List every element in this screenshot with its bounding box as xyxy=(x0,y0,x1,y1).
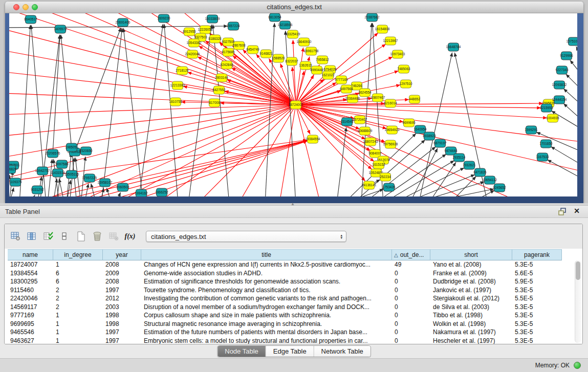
table-row[interactable]: 977716911998Corpus callosum shape and si… xyxy=(8,311,572,320)
graph-node[interactable]: 10973403 xyxy=(390,50,405,58)
column-header-in-degree[interactable]: in_degree xyxy=(53,249,103,260)
graph-edge[interactable] xyxy=(413,182,484,196)
graph-node[interactable]: 20206576 xyxy=(46,149,60,158)
scrollbar-thumb[interactable] xyxy=(576,261,580,280)
graph-edge[interactable] xyxy=(576,47,577,64)
graph-edge[interactable] xyxy=(48,159,52,196)
graph-node[interactable]: 7932621 xyxy=(463,161,476,169)
column-header-short[interactable]: short xyxy=(430,249,512,260)
graph-edge[interactable] xyxy=(566,74,577,93)
graph-edge[interactable] xyxy=(293,40,296,105)
graph-node[interactable]: 12093832 xyxy=(552,81,567,89)
graph-edge[interactable] xyxy=(53,179,57,196)
graph-node[interactable]: 448652 xyxy=(409,95,420,103)
graph-node[interactable]: 8186328 xyxy=(208,35,222,43)
graph-edge[interactable] xyxy=(570,60,577,79)
graph-node[interactable]: 12213967 xyxy=(383,37,398,45)
graph-node[interactable]: 2520650 xyxy=(79,147,93,155)
graph-node[interactable]: 1753426 xyxy=(382,183,396,191)
graph-node[interactable]: 8938923 xyxy=(423,132,436,140)
graph-node[interactable]: 16640910 xyxy=(297,38,312,46)
graph-node[interactable]: 20364486 xyxy=(345,95,360,103)
graph-node[interactable]: 817008 xyxy=(209,99,220,107)
graph-node[interactable]: 14136141 xyxy=(362,181,377,189)
column-header-name[interactable]: name xyxy=(8,249,53,260)
delete-rows-icon[interactable] xyxy=(91,230,104,243)
graph-node[interactable]: 2718126 xyxy=(176,67,189,75)
graph-edge[interactable] xyxy=(265,23,274,196)
float-panel-icon[interactable] xyxy=(558,208,567,215)
graph-node[interactable]: 2803144 xyxy=(215,74,228,82)
graph-node[interactable]: 1994162 xyxy=(135,189,148,196)
network-canvas[interactable]: 1872400789129551222605893275031054338281… xyxy=(9,13,577,196)
graph-node[interactable]: 2867608 xyxy=(232,41,246,50)
graph-edge[interactable] xyxy=(9,175,10,196)
graph-node[interactable]: 1297510 xyxy=(399,80,412,88)
table-row[interactable]: 1456911722003Disruption of a novel membe… xyxy=(8,303,572,312)
column-header-year[interactable]: year xyxy=(103,249,141,260)
column-header-out-de-[interactable]: △out_de... xyxy=(392,249,430,260)
graph-node[interactable]: 1810755 xyxy=(169,98,182,106)
graph-node[interactable]: 7857224 xyxy=(227,22,240,30)
graph-node[interactable]: 19756928 xyxy=(383,140,398,148)
graph-node[interactable]: 9227343 xyxy=(555,66,569,74)
vertical-scrollbar[interactable] xyxy=(575,260,581,343)
graph-edge[interactable] xyxy=(9,105,296,179)
graph-node[interactable]: 13325419 xyxy=(286,30,300,38)
table-row[interactable]: 946362711997Embryonic stem cells: a mode… xyxy=(8,337,572,345)
graph-node[interactable]: 16154808 xyxy=(375,25,390,33)
graph-edge[interactable] xyxy=(9,29,296,105)
graph-node[interactable]: 16648784 xyxy=(446,43,461,51)
graph-node[interactable]: 20387682 xyxy=(365,13,380,21)
graph-node[interactable]: 8454749 xyxy=(246,46,259,54)
graph-node[interactable]: 16807243 xyxy=(363,138,378,146)
graph-edge[interactable] xyxy=(296,48,303,105)
graph-edge[interactable] xyxy=(116,192,121,196)
graph-edge[interactable] xyxy=(548,160,577,180)
table-row[interactable]: 1830029562008Estimation of significance … xyxy=(8,277,572,286)
graph-node[interactable]: 19384554 xyxy=(306,135,320,143)
graph-edge[interactable] xyxy=(75,28,121,152)
graph-node[interactable]: 6216014 xyxy=(384,99,397,107)
window-titlebar[interactable]: citations_edges.txt xyxy=(5,2,583,13)
graph-node[interactable]: 22420046 xyxy=(185,50,200,58)
graph-node[interactable]: 17957225 xyxy=(82,174,97,182)
graph-node[interactable]: 9699695 xyxy=(402,119,416,127)
graph-edge[interactable] xyxy=(296,105,541,108)
table-row[interactable]: 969969511998Structural magnetic resonanc… xyxy=(8,320,572,329)
table-columns-icon[interactable] xyxy=(25,230,38,243)
graph-node[interactable]: 8427552 xyxy=(212,86,226,94)
graph-node[interactable]: 10688609 xyxy=(358,127,373,135)
table-row[interactable]: 1938455462009Genome-wide association stu… xyxy=(8,269,572,278)
graph-node[interactable]: 9175685 xyxy=(222,48,235,56)
graph-node[interactable]: 9031292 xyxy=(31,186,44,194)
graph-edge[interactable] xyxy=(423,189,494,196)
graph-node[interactable]: 1514545 xyxy=(340,118,354,126)
close-panel-icon[interactable]: ✕ xyxy=(574,207,580,215)
graph-node[interactable]: 8322037 xyxy=(285,57,298,65)
graph-node[interactable]: 9146821 xyxy=(259,50,273,58)
graph-node[interactable]: 11431514 xyxy=(51,169,66,177)
graph-node[interactable]: 20691406 xyxy=(116,18,130,27)
graph-node[interactable]: 16033809 xyxy=(205,15,220,23)
graph-node[interactable]: 1156829 xyxy=(9,165,17,173)
column-header-title[interactable]: title xyxy=(141,249,392,260)
graph-edge[interactable] xyxy=(563,103,577,123)
graph-node[interactable]: 1167533 xyxy=(536,153,549,161)
graph-node[interactable]: 9097588 xyxy=(55,160,69,168)
graph-node[interactable]: 13942757 xyxy=(35,167,50,175)
graph-node[interactable]: 15751074 xyxy=(567,37,577,46)
graph-node[interactable]: 1405572 xyxy=(54,25,67,33)
function-icon[interactable]: f(x) xyxy=(123,230,137,243)
graph-node[interactable]: 8813054 xyxy=(268,13,281,21)
table-settings-icon[interactable] xyxy=(9,230,22,243)
table-row[interactable]: 946554611997Estimation of the future num… xyxy=(8,328,572,337)
select-rows-icon[interactable] xyxy=(41,230,55,243)
graph-node[interactable]: 252234 xyxy=(380,173,391,181)
graph-node[interactable]: 1109375 xyxy=(9,178,22,186)
graph-node[interactable]: 19218596 xyxy=(278,21,293,29)
graph-node[interactable]: 1985051 xyxy=(65,143,78,151)
new-table-icon[interactable] xyxy=(74,230,88,243)
graph-node[interactable]: 3624554 xyxy=(358,89,372,97)
graph-node[interactable]: 8912955 xyxy=(183,28,196,36)
